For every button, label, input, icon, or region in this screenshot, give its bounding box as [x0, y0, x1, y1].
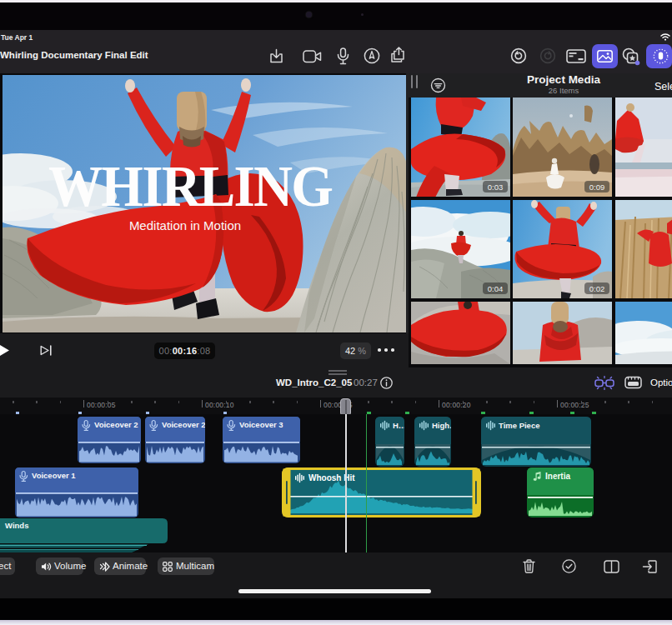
svg-text:Inertia: Inertia	[545, 472, 570, 481]
svg-text:Voiceover 1: Voiceover 1	[32, 471, 76, 480]
svg-text:0:02: 0:02	[589, 284, 605, 293]
svg-text:H…: H…	[393, 421, 404, 430]
svg-text:Winds: Winds	[5, 521, 28, 530]
svg-text:0:03: 0:03	[488, 182, 504, 192]
svg-text:Voiceover 3: Voiceover 3	[239, 420, 283, 429]
svg-text:WHIRLING: WHIRLING	[48, 154, 333, 218]
svg-text:0:09: 0:09	[589, 182, 605, 192]
svg-text:0:04: 0:04	[488, 284, 504, 293]
svg-text:Time Piece: Time Piece	[499, 421, 539, 430]
svg-text:Meditation in Motion: Meditation in Motion	[129, 218, 241, 232]
svg-text:High…: High…	[432, 421, 451, 430]
svg-text:Voiceover 2: Voiceover 2	[162, 420, 205, 429]
svg-text:Voiceover 2: Voiceover 2	[94, 420, 138, 429]
svg-text:Whoosh Hit: Whoosh Hit	[308, 473, 355, 482]
